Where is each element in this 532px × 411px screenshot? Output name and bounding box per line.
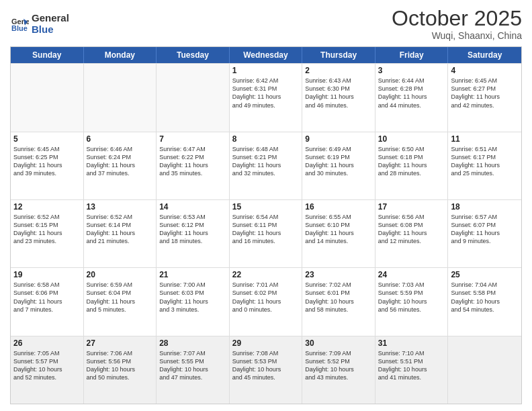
calendar-cell: 17Sunrise: 6:56 AMSunset: 6:08 PMDayligh… xyxy=(375,200,449,267)
calendar-cell: 11Sunrise: 6:51 AMSunset: 6:17 PMDayligh… xyxy=(448,132,521,199)
cell-info: Sunrise: 6:46 AM xyxy=(87,145,154,153)
cell-info: and 3 minutes. xyxy=(159,306,226,314)
cell-info: Sunrise: 6:45 AM xyxy=(451,77,519,85)
day-number: 7 xyxy=(159,134,226,144)
cell-info: Sunset: 5:56 PM xyxy=(87,357,154,365)
cell-info: Sunset: 6:22 PM xyxy=(159,153,226,161)
calendar-cell: 3Sunrise: 6:44 AMSunset: 6:28 PMDaylight… xyxy=(375,64,449,131)
cell-info: Daylight: 11 hours xyxy=(13,298,81,306)
day-number: 23 xyxy=(305,270,372,279)
cell-info: Sunrise: 7:04 AM xyxy=(451,281,519,289)
day-number: 6 xyxy=(87,134,154,144)
day-number: 3 xyxy=(378,66,445,75)
header-monday: Monday xyxy=(84,47,157,63)
calendar-body: 1Sunrise: 6:42 AMSunset: 6:31 PMDaylight… xyxy=(11,63,521,404)
calendar-cell: 24Sunrise: 7:03 AMSunset: 5:59 PMDayligh… xyxy=(375,268,449,335)
cell-info: Daylight: 11 hours xyxy=(159,298,226,306)
calendar-header: Sunday Monday Tuesday Wednesday Thursday… xyxy=(11,47,521,63)
cell-info: Daylight: 11 hours xyxy=(87,298,154,306)
calendar-cell: 2Sunrise: 6:43 AMSunset: 6:30 PMDaylight… xyxy=(302,64,375,131)
header: General Blue General Blue October 2025 W… xyxy=(10,7,522,41)
cell-info: Daylight: 11 hours xyxy=(13,229,81,237)
cell-info: Daylight: 10 hours xyxy=(378,298,445,306)
cell-info: and 52 minutes. xyxy=(13,373,81,381)
cell-info: Daylight: 10 hours xyxy=(305,365,372,373)
calendar-cell: 19Sunrise: 6:58 AMSunset: 6:06 PMDayligh… xyxy=(11,268,84,335)
day-number: 14 xyxy=(159,202,226,212)
cell-info: and 54 minutes. xyxy=(451,306,519,314)
cell-info: and 21 minutes. xyxy=(87,237,154,245)
day-number: 2 xyxy=(305,66,372,75)
day-number: 11 xyxy=(451,134,519,144)
calendar-cell: 9Sunrise: 6:49 AMSunset: 6:19 PMDaylight… xyxy=(302,132,375,199)
cell-info: Sunset: 6:12 PM xyxy=(159,221,226,229)
day-number: 26 xyxy=(13,338,81,348)
cell-info: and 42 minutes. xyxy=(451,101,519,109)
cell-info: Daylight: 10 hours xyxy=(451,298,519,306)
calendar-cell: 25Sunrise: 7:04 AMSunset: 5:58 PMDayligh… xyxy=(448,268,521,335)
cell-info: Sunrise: 6:52 AM xyxy=(13,213,81,221)
day-number: 27 xyxy=(87,338,154,348)
cell-info: Sunrise: 7:07 AM xyxy=(159,349,226,357)
header-tuesday: Tuesday xyxy=(157,47,230,63)
day-number: 16 xyxy=(305,202,372,212)
cell-info: Daylight: 11 hours xyxy=(232,298,300,306)
cell-info: Sunset: 6:15 PM xyxy=(13,221,81,229)
cell-info: Sunset: 5:52 PM xyxy=(305,357,372,365)
cell-info: Daylight: 11 hours xyxy=(451,93,519,101)
calendar-cell xyxy=(11,64,84,131)
logo-blue: Blue xyxy=(32,24,69,36)
cell-info: Sunset: 6:24 PM xyxy=(87,153,154,161)
calendar-cell: 18Sunrise: 6:57 AMSunset: 6:07 PMDayligh… xyxy=(448,200,521,267)
cell-info: Daylight: 11 hours xyxy=(378,93,445,101)
calendar-row-1: 1Sunrise: 6:42 AMSunset: 6:31 PMDaylight… xyxy=(11,63,521,131)
cell-info: Sunrise: 7:03 AM xyxy=(378,281,445,289)
cell-info: Sunset: 6:01 PM xyxy=(305,289,372,297)
day-number: 19 xyxy=(13,270,81,279)
cell-info: Sunrise: 7:02 AM xyxy=(305,281,372,289)
cell-info: and 23 minutes. xyxy=(13,237,81,245)
cell-info: and 47 minutes. xyxy=(159,373,226,381)
cell-info: Sunset: 6:31 PM xyxy=(232,85,300,93)
day-number: 4 xyxy=(451,66,519,75)
cell-info: Sunset: 6:25 PM xyxy=(13,153,81,161)
cell-info: and 18 minutes. xyxy=(159,237,226,245)
day-number: 22 xyxy=(232,270,300,279)
calendar-cell: 21Sunrise: 7:00 AMSunset: 6:03 PMDayligh… xyxy=(157,268,230,335)
calendar-cell: 1Sunrise: 6:42 AMSunset: 6:31 PMDaylight… xyxy=(230,64,303,131)
cell-info: Sunset: 6:03 PM xyxy=(159,289,226,297)
cell-info: Sunrise: 6:54 AM xyxy=(232,213,300,221)
day-number: 24 xyxy=(378,270,445,279)
cell-info: Sunrise: 6:56 AM xyxy=(378,213,445,221)
cell-info: Daylight: 11 hours xyxy=(232,229,300,237)
header-friday: Friday xyxy=(375,47,449,63)
calendar-cell: 22Sunrise: 7:01 AMSunset: 6:02 PMDayligh… xyxy=(230,268,303,335)
calendar-cell: 29Sunrise: 7:08 AMSunset: 5:53 PMDayligh… xyxy=(230,336,303,404)
calendar-cell: 14Sunrise: 6:53 AMSunset: 6:12 PMDayligh… xyxy=(157,200,230,267)
cell-info: and 39 minutes. xyxy=(13,169,81,177)
cell-info: Daylight: 10 hours xyxy=(378,365,445,373)
header-thursday: Thursday xyxy=(302,47,375,63)
cell-info: Sunset: 6:27 PM xyxy=(451,85,519,93)
cell-info: Sunset: 5:53 PM xyxy=(232,357,300,365)
cell-info: and 43 minutes. xyxy=(305,373,372,381)
cell-info: and 28 minutes. xyxy=(378,169,445,177)
day-number: 31 xyxy=(378,338,445,348)
day-number: 5 xyxy=(13,134,81,144)
cell-info: and 30 minutes. xyxy=(305,169,372,177)
calendar-cell: 31Sunrise: 7:10 AMSunset: 5:51 PMDayligh… xyxy=(375,336,449,404)
day-number: 30 xyxy=(305,338,372,348)
day-number: 29 xyxy=(232,338,300,348)
cell-info: Daylight: 11 hours xyxy=(305,229,372,237)
day-number: 28 xyxy=(159,338,226,348)
cell-info: and 7 minutes. xyxy=(13,306,81,314)
cell-info: Sunrise: 7:10 AM xyxy=(378,349,445,357)
calendar-row-4: 19Sunrise: 6:58 AMSunset: 6:06 PMDayligh… xyxy=(11,267,521,335)
cell-info: Sunrise: 6:45 AM xyxy=(13,145,81,153)
cell-info: Daylight: 11 hours xyxy=(159,229,226,237)
calendar-cell: 12Sunrise: 6:52 AMSunset: 6:15 PMDayligh… xyxy=(11,200,84,267)
logo: General Blue General Blue xyxy=(10,13,69,35)
day-number: 17 xyxy=(378,202,445,212)
cell-info: and 25 minutes. xyxy=(451,169,519,177)
day-number: 1 xyxy=(232,66,300,75)
